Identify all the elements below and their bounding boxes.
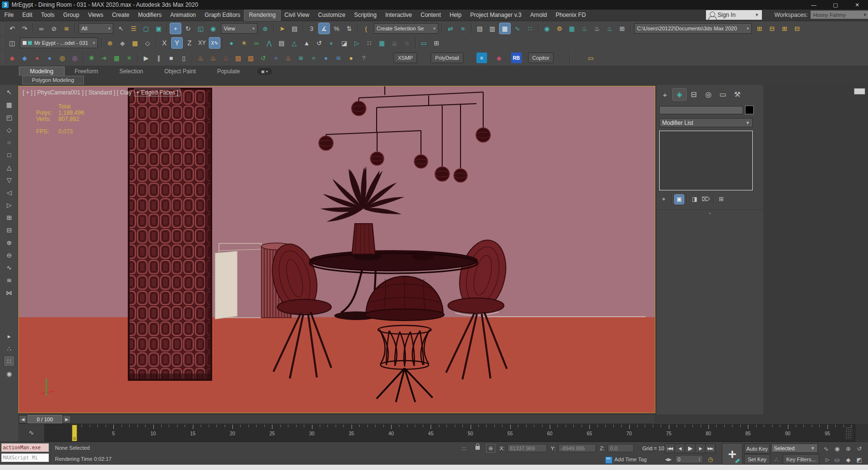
render-iterative-icon[interactable]: ♨ [592,23,602,34]
save-scene-icon[interactable]: ⊟ [767,23,777,34]
gem-icon[interactable]: ◆ [494,53,504,63]
minus-box-icon[interactable]: ⊟ [4,225,14,235]
x-coord-field[interactable]: 81337.969 [507,444,547,452]
object-color-swatch[interactable] [745,106,754,114]
close-button[interactable]: ✕ [846,0,868,10]
square-tool-icon[interactable]: □ [4,149,14,160]
selected-set-dropdown[interactable]: Selected ▼ [771,443,818,453]
x-axis-constraint-button[interactable]: X [159,38,170,48]
menu-scripting[interactable]: Scripting [350,10,381,20]
activeshade-icon[interactable]: ♨ [604,23,615,34]
menu-views[interactable]: Views [83,10,108,20]
unlink-selection-icon[interactable]: ⊘ [49,23,59,34]
redo-icon[interactable]: ↷ [19,23,30,34]
y-axis-constraint-button[interactable]: Y [172,38,182,48]
selection-filter-dropdown[interactable]: All▾ [79,23,113,34]
scene-explorer-toggle-icon[interactable]: ◫ [7,38,17,48]
tree-icon[interactable]: △ [289,38,299,48]
maxscript-listener-line2[interactable]: MAXScript Mi [1,453,49,462]
previous-frame-arrow[interactable]: ◀ [19,415,27,423]
ribbon-tab-selection[interactable]: Selection [108,67,153,76]
pin-stack-icon[interactable]: ⌖ [659,195,668,204]
frame-nudge-icon[interactable]: ◀▶ [664,455,673,464]
plus-box-icon[interactable]: ⊞ [4,212,14,223]
paw-icon[interactable]: ∴ [772,455,781,464]
xy-gizmo-constraint-button[interactable]: X✎ [209,38,220,48]
absolute-mode-toggle-icon[interactable]: ⊕ [486,444,495,453]
viewport-grid-icon[interactable]: ▦ [377,38,387,48]
toolbar-grip[interactable] [1,38,4,48]
percent-snap-icon[interactable]: % [331,23,342,34]
menu-help[interactable]: Help [445,10,466,20]
copitor-button[interactable]: Copitor [528,53,554,63]
create-tab[interactable]: + [658,89,672,100]
project-folder-icon[interactable]: ⊟ [792,23,802,34]
ribbon-tab-freeform[interactable]: Freeform [64,67,109,76]
key-lock-icon[interactable]: ◉ [832,444,842,453]
go-to-end-button[interactable]: ▶▶| [705,443,716,453]
green-grid-icon[interactable]: ▦ [111,53,122,63]
railclone-icon[interactable]: ➔ [99,53,109,63]
phoenix-drop-icon[interactable]: ● [321,53,331,63]
isolate-selection-toggle-icon[interactable]: ∷ [459,444,469,453]
align-icon[interactable]: ≡ [458,23,468,34]
rectangular-selection-region-icon[interactable]: ▢ [141,23,151,34]
time-marker[interactable]: 0 [72,425,77,442]
set-key-button[interactable]: Set Key [744,454,770,464]
triangle-down-icon[interactable]: ▽ [4,175,14,185]
delete-sim-icon[interactable]: ▯ [178,53,189,63]
undo-icon[interactable]: ↶ [7,23,17,34]
overlay-icon[interactable]: ◪ [339,38,350,48]
rollout-divider[interactable]: ⌄ [656,209,763,215]
minimize-button[interactable]: — [803,0,825,10]
configure-modifier-sets-icon[interactable]: ⊞ [717,195,726,204]
phoenix-tiger-icon[interactable]: ▨ [233,53,244,63]
arnold-circle-icon[interactable]: ● [32,53,42,63]
menu-content[interactable]: Content [416,10,445,20]
bind-to-space-warp-icon[interactable]: ≋ [61,23,72,34]
mini-curve-icon[interactable]: ∿ [821,444,831,453]
minus-circle-icon[interactable]: ⊖ [4,250,14,260]
maxscript-listener-line1[interactable]: actionMan.exe [1,443,49,452]
xview-eyes-icon[interactable]: ∞ [251,38,262,48]
sign-in-button[interactable]: Sign In ▼ [706,10,762,20]
viewport-label[interactable]: [ + ] [ PhysCamera001 ] [ Standard ] [ C… [23,89,180,96]
plus-circle-icon[interactable]: ⊕ [4,237,14,248]
render-grid-icon[interactable]: ⊞ [617,23,627,34]
mini-slate-icon[interactable]: ▭ [832,455,842,464]
reference-coordinate-dropdown[interactable]: View▾ [221,23,258,34]
menu-graph-editors[interactable]: Graph Editors [200,10,244,20]
menu-rendering[interactable]: Rendering [244,10,280,20]
menu-arnold[interactable]: Arnold [526,10,551,20]
select-and-scale-icon[interactable]: ◱ [195,23,206,34]
expand-strip-arrow[interactable]: ▸ [4,331,14,341]
spinner-snap-icon[interactable]: ⇅ [344,23,354,34]
show-end-result-icon[interactable]: ▣ [675,195,684,204]
z-axis-constraint-button[interactable]: Z [184,38,195,48]
viewport-label-text[interactable]: [ + ] [ PhysCamera001 ] [ Standard ] [ C… [23,89,133,96]
menu-phoenix-fd[interactable]: Phoenix FD [551,10,590,20]
help-circle-icon[interactable]: ? [358,53,369,63]
phoenix-flame-icon[interactable]: ♨ [283,53,294,63]
material-editor-icon[interactable]: ◉ [542,23,552,34]
current-frame-field[interactable]: 0 ▲▼ [675,455,703,463]
toggle-scene-explorer-icon[interactable]: ▤ [475,23,485,34]
add-to-scene-icon[interactable]: ⊕ [105,38,115,48]
display-tab[interactable]: ▭ [716,89,730,100]
cabinet[interactable] [215,243,261,319]
previous-frame-button[interactable]: ◀| [675,443,685,453]
select-and-place-icon[interactable]: ◉ [208,23,218,34]
workspace-dropdown[interactable]: Hosny Fahmy ▼ [811,11,868,19]
preview-play-icon[interactable]: ▷ [352,38,362,48]
scene-states-icon[interactable]: ⊞ [779,23,790,34]
select-and-manipulate-icon[interactable]: ➤ [277,23,287,34]
shade-selected-icon[interactable]: ▩ [130,38,140,48]
key-brackets-icon[interactable]: ⊕ [843,444,853,453]
camera-viewport[interactable]: [ + ] [ PhysCamera001 ] [ Standard ] [ C… [18,86,655,413]
folding-screen[interactable] [129,89,211,380]
menu-project-manager-v-3[interactable]: Project Manager v.3 [466,10,526,20]
mini-contrast-icon[interactable]: ◩ [854,455,864,464]
menu-civil-view[interactable]: Civil View [280,10,314,20]
time-slider-handle[interactable]: 0 / 100 [27,415,62,423]
mountain-icon[interactable]: ▲ [301,38,312,48]
